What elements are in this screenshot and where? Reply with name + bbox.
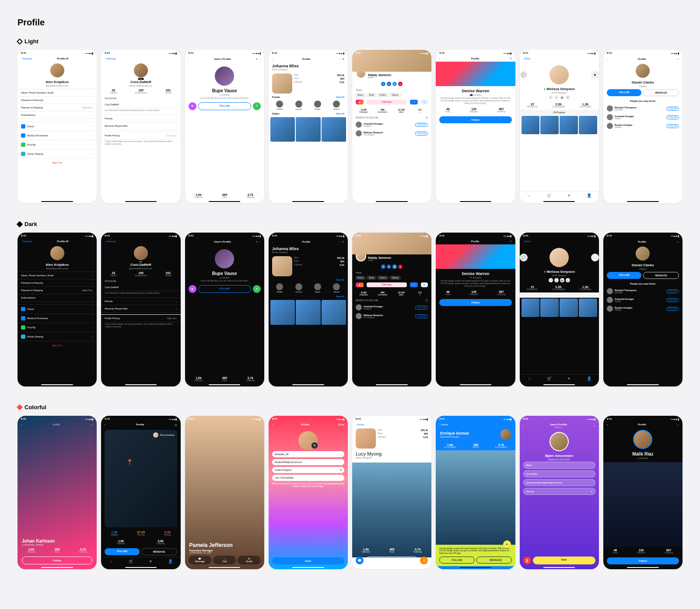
row-media[interactable]: Media & Purchases› <box>18 314 97 323</box>
like-button[interactable]: ♥ <box>591 254 599 261</box>
lastname-input[interactable]: Amundsen <box>523 470 595 477</box>
row-family[interactable]: Family Sharing› <box>18 332 97 341</box>
heart-icon[interactable]: ♥ ⋯ <box>256 57 261 60</box>
heart-icon[interactable]: ♥ <box>510 57 512 60</box>
follow-button[interactable]: FOLLOW <box>415 314 428 318</box>
back-button[interactable]: ‹ <box>607 423 608 426</box>
pinterest-icon[interactable]: p <box>398 82 402 86</box>
like-button[interactable]: ♥ <box>591 71 599 79</box>
linkedin-icon[interactable]: in <box>387 82 391 86</box>
close-button[interactable]: Close <box>338 423 344 426</box>
view-all-link[interactable]: View All <box>336 278 344 281</box>
follow-button[interactable]: FOLLOW <box>415 123 428 127</box>
back-button[interactable]: ‹ Settings <box>105 57 116 60</box>
instagram-icon[interactable]: ◉ <box>560 95 564 100</box>
friend[interactable]: Leonard <box>295 101 302 110</box>
email-button[interactable]: ✉Email <box>238 556 260 564</box>
back-button[interactable]: ‹ <box>272 58 273 60</box>
row-name-phone[interactable]: Name, Phone Numbers, Email› <box>18 89 97 97</box>
avatar[interactable] <box>134 246 148 260</box>
project-item[interactable] <box>579 299 597 317</box>
back-button[interactable]: ‹ <box>272 240 273 243</box>
facebook-icon[interactable]: f <box>549 278 553 282</box>
delete-button[interactable]: 🗑 <box>523 557 531 564</box>
chat-button[interactable]: 💬 <box>520 254 528 261</box>
firstname-input[interactable]: Bjørn <box>523 462 595 469</box>
back-button[interactable]: ‹ Home <box>356 423 364 426</box>
more-icon[interactable]: ⋯ <box>91 423 93 426</box>
row-findmy[interactable]: Find My› <box>18 323 97 332</box>
friend[interactable]: Sheldon <box>276 101 283 110</box>
back-button[interactable]: ‹ <box>189 58 189 60</box>
tag[interactable]: Makeup <box>389 276 401 280</box>
tag[interactable]: Fashion <box>377 93 388 97</box>
star-badge[interactable]: ★ <box>503 540 511 548</box>
follow-button[interactable]: FOLLOW <box>607 272 642 279</box>
pinterest-icon[interactable]: p <box>398 264 402 269</box>
tag[interactable]: Makeup <box>389 93 401 97</box>
back-button[interactable]: ‹ <box>189 240 189 243</box>
row-recent[interactable]: Recently Played With› <box>101 305 180 313</box>
tag[interactable]: Fashion <box>377 276 388 280</box>
row-subscriptions[interactable]: Subscriptions› <box>18 294 97 302</box>
back-button[interactable]: ‹ Settings <box>21 240 32 243</box>
share-button[interactable]: ↗ <box>253 102 261 110</box>
view-all-link[interactable]: View All <box>336 96 344 98</box>
follow-button[interactable]: FOLLOW <box>198 102 251 110</box>
tab-fav[interactable]: ♥ <box>567 376 572 382</box>
like-button[interactable]: ♥ <box>189 285 196 293</box>
row-icloud[interactable]: iCloud› <box>18 122 97 131</box>
search-icon[interactable]: ⌕ ⚙ <box>340 57 344 60</box>
tab-fav[interactable]: ♥ <box>567 193 572 198</box>
message-button[interactable]: MESSAGE <box>643 89 679 96</box>
twitter-icon[interactable]: t <box>392 82 397 86</box>
heart-icon[interactable]: ♥ ⋯ <box>256 240 261 243</box>
message-button[interactable]: MESSAGE <box>643 272 679 279</box>
row-payment[interactable]: Payment & ShippingApple Pay › <box>18 287 97 294</box>
gallery-item[interactable] <box>270 300 295 324</box>
project-item[interactable] <box>540 116 559 134</box>
row-recent[interactable]: Recently Played With› <box>101 122 180 130</box>
row-password[interactable]: Password & Security› <box>18 279 97 287</box>
info-icon[interactable]: ⓘ <box>426 299 428 302</box>
avatar[interactable] <box>500 429 511 440</box>
avatar[interactable] <box>550 65 569 84</box>
email-input[interactable]: bjornamundsen@europemail.com✓ <box>523 479 595 486</box>
friend[interactable]: Rajesh <box>314 101 321 110</box>
follow-button[interactable]: FOLLOW <box>666 107 679 111</box>
friend[interactable]: Rajesh <box>314 283 321 293</box>
tag[interactable]: Beauty <box>355 93 366 97</box>
follow-button[interactable]: FOLLOW <box>666 289 679 293</box>
twitter-icon[interactable]: t <box>554 95 559 100</box>
friend[interactable]: Sheldon <box>276 283 283 293</box>
facebook-icon[interactable]: f <box>381 264 385 269</box>
back-button[interactable]: ‹ <box>607 58 608 60</box>
dribbble-icon[interactable]: d <box>566 95 570 100</box>
row-media[interactable]: Media & Purchases› <box>18 131 97 140</box>
back-button[interactable]: ‹ <box>439 240 440 243</box>
follow-button[interactable]: FOLLOW <box>607 89 642 96</box>
avatar[interactable] <box>356 428 376 449</box>
project-item[interactable] <box>560 299 578 317</box>
back-button[interactable]: ‹ <box>105 423 105 426</box>
heart-icon[interactable]: ♥ <box>510 240 512 243</box>
avatar[interactable] <box>272 73 292 94</box>
more-icon[interactable]: ⋯ <box>676 240 679 243</box>
avatar[interactable] <box>636 64 650 78</box>
tag[interactable]: Model <box>367 93 376 97</box>
gallery-item[interactable] <box>322 117 346 142</box>
facebook-badge[interactable]: f <box>410 100 418 104</box>
back-button[interactable]: ‹ Settings <box>21 57 32 60</box>
facebook-icon[interactable]: f <box>549 95 553 100</box>
signout-button[interactable]: Sign Out <box>18 341 97 349</box>
friend[interactable]: Howard <box>333 101 340 110</box>
friend[interactable]: Howard <box>333 283 340 293</box>
activity-icon[interactable]: ◷ <box>175 423 177 426</box>
email-input[interactable]: elizabeth99@mymail.com <box>272 459 344 465</box>
follow-button[interactable]: FOLLOW <box>105 548 140 555</box>
gallery-item[interactable] <box>296 300 320 324</box>
avatar[interactable] <box>550 248 569 267</box>
row-family[interactable]: Family Sharing› <box>18 150 97 159</box>
friend[interactable]: Leonard <box>295 283 302 293</box>
twitter-icon[interactable]: t <box>554 278 559 282</box>
